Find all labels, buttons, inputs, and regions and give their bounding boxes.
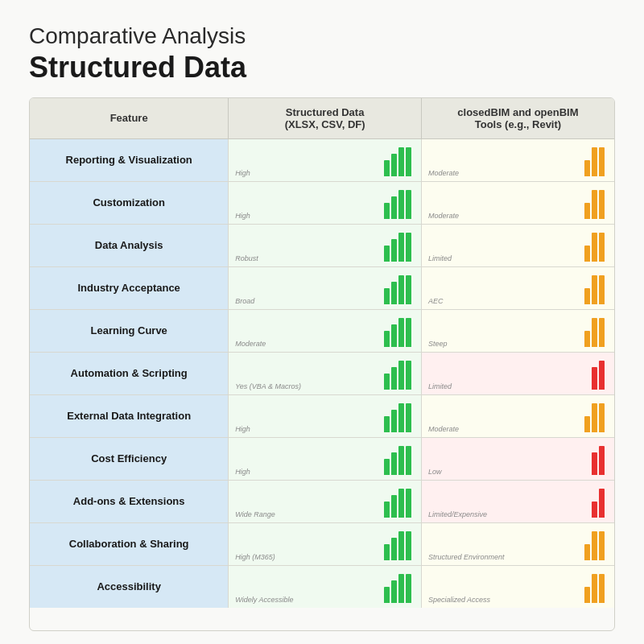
header-feature: Feature xyxy=(30,98,229,139)
bar-chart xyxy=(384,492,411,518)
bar xyxy=(398,361,404,390)
table-row: Industry AcceptanceBroadAEC xyxy=(30,266,614,309)
bar xyxy=(398,233,404,262)
header-bim: closedBIM and openBIM Tools (e.g., Revit… xyxy=(421,98,614,139)
sd-cell-content: High xyxy=(229,395,421,437)
bar-chart xyxy=(584,279,605,304)
bar xyxy=(384,288,390,304)
bar xyxy=(406,361,411,390)
sd-data-cell: High xyxy=(229,138,422,181)
sd-label: High xyxy=(235,469,250,477)
bar xyxy=(391,282,397,304)
feature-label: Automation & Scripting xyxy=(30,353,228,394)
feature-cell: Learning Curve xyxy=(30,309,229,352)
bar xyxy=(391,367,397,390)
bar xyxy=(391,580,397,603)
feature-label: Learning Curve xyxy=(30,310,228,352)
feature-cell: Industry Acceptance xyxy=(30,266,229,309)
sd-data-cell: Wide Range xyxy=(229,480,422,522)
page: Comparative Analysis Structured Data Fea… xyxy=(0,0,644,644)
bar xyxy=(398,446,404,475)
bim-data-cell: Limited xyxy=(421,224,614,266)
sd-cell-content: High xyxy=(229,139,421,181)
bar xyxy=(384,203,390,219)
table-row: Add-ons & ExtensionsWide RangeLimited/Ex… xyxy=(30,480,614,522)
sd-label: Robust xyxy=(235,255,258,263)
sd-cell-content: High (M365) xyxy=(229,523,421,565)
sd-label: Widely Accessible xyxy=(235,597,293,605)
bar xyxy=(391,154,397,176)
bar xyxy=(592,233,597,262)
bar xyxy=(406,147,411,176)
bim-data-cell: Limited/Expensive xyxy=(421,480,614,522)
bar xyxy=(406,531,411,560)
bar xyxy=(384,544,390,560)
bar xyxy=(592,574,597,603)
table-row: AccessibilityWidely AccessibleSpecialize… xyxy=(30,565,614,608)
bim-cell-content: Limited xyxy=(422,225,614,266)
bar xyxy=(384,502,390,518)
bar xyxy=(599,147,605,176)
sd-data-cell: Moderate xyxy=(229,309,422,352)
bar-chart xyxy=(584,236,605,262)
bar-chart xyxy=(384,279,411,304)
bar xyxy=(398,318,404,347)
feature-cell: Add-ons & Extensions xyxy=(30,480,229,522)
sd-cell-content: Broad xyxy=(229,267,421,309)
bim-label: Structured Environment xyxy=(428,554,505,562)
bim-data-cell: AEC xyxy=(421,266,614,309)
bim-label: Moderate xyxy=(428,170,459,178)
sd-label: Broad xyxy=(235,298,254,306)
sd-data-cell: High xyxy=(229,181,422,224)
sd-cell-content: Yes (VBA & Macros) xyxy=(229,353,421,394)
bim-cell-content: Structured Environment xyxy=(422,523,614,565)
feature-cell: Customization xyxy=(30,181,229,224)
bar xyxy=(398,190,404,219)
bar xyxy=(599,403,605,432)
bim-cell-content: Limited/Expensive xyxy=(422,481,614,522)
bim-label: Steep xyxy=(428,341,448,349)
bim-data-cell: Moderate xyxy=(421,181,614,224)
table-container: Feature Structured Data (XLSX, CSV, DF) … xyxy=(29,97,615,631)
table-row: Data AnalysisRobustLimited xyxy=(30,224,614,266)
sd-label: Yes (VBA & Macros) xyxy=(235,383,301,391)
bim-data-cell: Low xyxy=(421,437,614,480)
bar-chart xyxy=(584,151,605,176)
bim-label: Limited xyxy=(428,255,452,263)
bar-chart xyxy=(584,407,605,432)
sd-label: High xyxy=(235,213,250,221)
sd-label: Moderate xyxy=(235,341,266,349)
bim-cell-content: Specialized Access xyxy=(422,566,614,608)
bar xyxy=(406,574,411,603)
feature-label: Collaboration & Sharing xyxy=(30,523,228,565)
feature-label: Industry Acceptance xyxy=(30,267,228,309)
feature-cell: Data Analysis xyxy=(30,224,229,266)
bar-chart xyxy=(592,364,605,390)
bar xyxy=(406,190,411,219)
bar xyxy=(391,495,397,518)
sd-data-cell: High xyxy=(229,437,422,480)
bar xyxy=(391,410,397,432)
bar xyxy=(398,531,404,560)
bar xyxy=(592,147,597,176)
sd-label: High xyxy=(235,426,250,434)
feature-label: External Data Integration xyxy=(30,395,228,437)
title-area: Comparative Analysis Structured Data xyxy=(29,23,615,85)
header-sd-line1: Structured Data xyxy=(286,106,365,118)
bar-chart xyxy=(384,193,411,219)
feature-cell: External Data Integration xyxy=(30,394,229,437)
bim-data-cell: Moderate xyxy=(421,394,614,437)
sd-label: High (M365) xyxy=(235,554,275,562)
bar-chart xyxy=(384,577,411,603)
feature-label: Reporting & Visualization xyxy=(30,139,228,181)
bim-cell-content: AEC xyxy=(422,267,614,309)
bar xyxy=(391,538,397,560)
bar xyxy=(384,160,390,176)
bar xyxy=(391,324,397,347)
bar xyxy=(584,203,590,219)
bim-label: Limited xyxy=(428,383,452,391)
table-row: Reporting & VisualizationHighModerate xyxy=(30,138,614,181)
feature-label: Cost Efficiency xyxy=(30,438,228,480)
bar xyxy=(592,452,597,475)
sd-cell-content: Moderate xyxy=(229,310,421,352)
